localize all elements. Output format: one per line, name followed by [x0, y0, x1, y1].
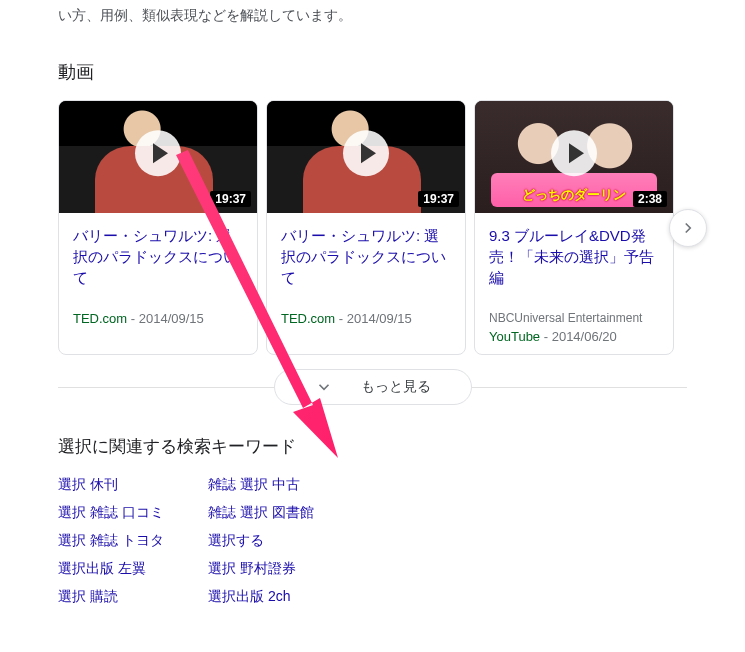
related-searches: 選択 休刊 雑誌 選択 中古 選択 雑誌 口コミ 雑誌 選択 図書館 選択 雑誌… [58, 476, 687, 606]
play-icon [343, 130, 389, 176]
videos-heading: 動画 [58, 60, 687, 84]
video-title[interactable]: バリー・シュワルツ: 選択のパラドックスについて [281, 225, 451, 305]
video-duration: 19:37 [210, 191, 251, 207]
related-search-link[interactable]: 雑誌 選択 図書館 [208, 504, 687, 522]
video-date: 2014/09/15 [139, 311, 204, 326]
video-thumbnail[interactable]: どっちのダーリン 2:38 [475, 101, 673, 213]
video-meta: TED.com - 2014/09/15 [73, 311, 243, 326]
show-more-label: もっと見る [361, 378, 431, 396]
video-title[interactable]: バリー・シュワルツ: 選択のパラドックスについて [73, 225, 243, 305]
related-search-link[interactable]: 選択出版 2ch [208, 588, 687, 606]
prev-result-snippet: い方、用例、類似表現などを解説しています。 [58, 0, 687, 26]
thumbnail-caption: どっちのダーリン [499, 186, 650, 204]
video-meta: YouTube - 2014/06/20 [489, 329, 659, 344]
divider [58, 387, 274, 388]
video-duration: 19:37 [418, 191, 459, 207]
related-search-link[interactable]: 選択出版 左翼 [58, 560, 198, 578]
related-search-link[interactable]: 雑誌 選択 中古 [208, 476, 687, 494]
video-carousel: 19:37 バリー・シュワルツ: 選択のパラドックスについて TED.com -… [58, 100, 687, 355]
video-source: TED.com [281, 311, 335, 326]
related-search-link[interactable]: 選択 雑誌 トヨタ [58, 532, 198, 550]
play-icon [135, 130, 181, 176]
show-more-button[interactable]: もっと見る [274, 369, 472, 405]
related-search-link[interactable]: 選択する [208, 532, 687, 550]
chevron-down-icon [315, 378, 333, 396]
divider [472, 387, 688, 388]
video-meta: TED.com - 2014/09/15 [281, 311, 451, 326]
video-card[interactable]: 19:37 バリー・シュワルツ: 選択のパラドックスについて TED.com -… [266, 100, 466, 355]
related-search-link[interactable]: 選択 休刊 [58, 476, 198, 494]
video-card[interactable]: 19:37 バリー・シュワルツ: 選択のパラドックスについて TED.com -… [58, 100, 258, 355]
related-search-link[interactable]: 選択 雑誌 口コミ [58, 504, 198, 522]
video-title[interactable]: 9.3 ブルーレイ&DVD発売！「未来の選択」予告編 [489, 225, 659, 305]
play-icon [551, 130, 597, 176]
video-source: TED.com [73, 311, 127, 326]
video-thumbnail[interactable]: 19:37 [59, 101, 257, 213]
video-date: 2014/09/15 [347, 311, 412, 326]
video-card[interactable]: どっちのダーリン 2:38 9.3 ブルーレイ&DVD発売！「未来の選択」予告編… [474, 100, 674, 355]
related-search-link[interactable]: 選択 購読 [58, 588, 198, 606]
video-duration: 2:38 [633, 191, 667, 207]
video-thumbnail[interactable]: 19:37 [267, 101, 465, 213]
chevron-right-icon [679, 219, 697, 237]
video-date: 2014/06/20 [552, 329, 617, 344]
video-channel: NBCUniversal Entertainment [489, 311, 659, 325]
video-source: YouTube [489, 329, 540, 344]
related-searches-heading: 選択に関連する検索キーワード [58, 435, 687, 458]
carousel-next-button[interactable] [669, 209, 707, 247]
related-search-link[interactable]: 選択 野村證券 [208, 560, 687, 578]
more-row: もっと見る [58, 369, 687, 405]
